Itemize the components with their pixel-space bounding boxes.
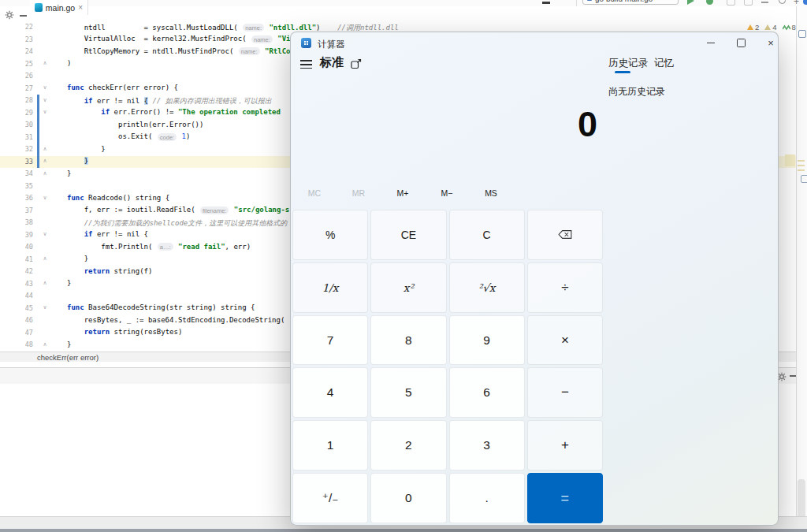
key-7[interactable]: 7 (292, 315, 368, 366)
fold-end-icon[interactable]: ∧ (41, 255, 49, 262)
weak-warning-group[interactable]: 4 (764, 23, 776, 32)
fold-end-icon[interactable]: ∧ (41, 60, 49, 66)
line-number: 30 (0, 121, 33, 128)
tool-stripe-icon[interactable] (801, 175, 807, 183)
stripe-warning-mark (798, 165, 805, 166)
memory-button-ms[interactable]: MS (469, 185, 513, 201)
line-number: 44 (0, 292, 33, 299)
fold-start-icon[interactable]: ∨ (41, 97, 49, 103)
warning-group[interactable]: 2 (747, 23, 759, 32)
stop-icon[interactable] (761, 2, 768, 3)
memory-button-mplus[interactable]: M+ (381, 185, 425, 201)
line-number: 27 (0, 84, 33, 92)
vcs-change-marker (37, 303, 39, 315)
line-number: 46 (0, 316, 33, 324)
panel-scrollbar[interactable] (798, 479, 805, 522)
key-C[interactable]: C (449, 210, 525, 260)
key-9[interactable]: 9 (449, 315, 525, 366)
key-%[interactable]: % (292, 210, 368, 260)
tab-history[interactable]: 历史记录 (608, 57, 648, 70)
vcs-change-marker (37, 314, 39, 327)
maximize-button[interactable] (726, 32, 756, 54)
hide-panel-icon[interactable] (20, 15, 27, 17)
typo-group[interactable]: 8 (783, 23, 796, 32)
line-number: 42 (0, 267, 33, 275)
key-4[interactable]: 4 (292, 367, 368, 418)
vcs-change-marker (37, 168, 39, 180)
key-5[interactable]: 5 (370, 367, 446, 418)
keypad: %CEC1/xx²²√x÷789×456−123+⁺/₋0.= (292, 210, 603, 523)
fold-start-icon[interactable]: ∨ (41, 304, 49, 311)
fold-start-icon[interactable]: ∨ (41, 84, 49, 91)
key-0[interactable]: 0 (370, 473, 446, 523)
fold-start-icon[interactable]: ∨ (41, 109, 49, 115)
coverage-icon[interactable] (727, 0, 735, 6)
run-config-dropdown[interactable]: go build main.go (582, 0, 679, 5)
key-=[interactable]: = (527, 473, 603, 523)
backspace-icon[interactable] (527, 210, 603, 260)
profiler-icon[interactable] (744, 0, 753, 6)
tab-close-icon[interactable]: × (78, 4, 83, 12)
vcs-change-marker (37, 217, 39, 229)
debug-icon[interactable] (706, 0, 713, 5)
fold-end-icon[interactable]: ∧ (41, 280, 49, 286)
tab-memory[interactable]: 记忆 (654, 57, 674, 70)
key-8[interactable]: 8 (370, 315, 446, 366)
calculator-mode-label[interactable]: 标准 (320, 55, 344, 70)
vcs-change-marker (37, 107, 39, 120)
key-3[interactable]: 3 (449, 420, 525, 471)
key-⁺/₋[interactable]: ⁺/₋ (292, 473, 368, 523)
memory-button-mminus[interactable]: M− (425, 185, 469, 201)
toolbar-separator (576, 0, 577, 6)
key-÷[interactable]: ÷ (527, 262, 603, 313)
key-×[interactable]: × (527, 315, 603, 366)
vcs-change-marker (37, 132, 39, 144)
line-number: 41 (0, 255, 33, 263)
line-number: 31 (0, 133, 33, 141)
code-text: return string(resBytes) (67, 328, 182, 336)
code-text: RtlCopyMemory = ntdll.MustFindProc( name… (67, 47, 291, 55)
line-number: 32 (0, 145, 33, 153)
key-−[interactable]: − (527, 367, 603, 418)
fold-end-icon[interactable]: ∧ (41, 341, 49, 348)
fold-start-icon[interactable]: ∨ (41, 195, 49, 201)
fold-end-icon[interactable]: ∧ (41, 170, 49, 177)
key-.[interactable]: . (449, 473, 525, 523)
line-number: 37 (0, 206, 33, 214)
key-1/x[interactable]: 1/x (292, 262, 368, 313)
key-²√x[interactable]: ²√x (449, 262, 525, 313)
line-number: 28 (0, 96, 33, 104)
key-+[interactable]: + (527, 420, 603, 471)
key-CE[interactable]: CE (370, 210, 446, 260)
close-button[interactable]: × (756, 32, 779, 54)
active-tab-underline (615, 71, 630, 73)
vcs-change-marker (37, 241, 39, 254)
code-text: } (67, 279, 71, 287)
keep-on-top-icon[interactable] (351, 58, 362, 73)
vcs-change-marker (37, 229, 39, 242)
key-2[interactable]: 2 (370, 420, 446, 471)
fold-end-icon[interactable]: ∧ (41, 158, 49, 164)
tool-stripe-icon[interactable] (798, 30, 806, 38)
fold-start-icon[interactable]: ∨ (41, 231, 49, 237)
key-6[interactable]: 6 (449, 367, 525, 418)
go-file-icon (35, 3, 43, 12)
code-text: VirtualAlloc = kernel32.MustFindProc( na… (67, 35, 291, 43)
line-number: 47 (0, 329, 33, 337)
vcs-change-marker (37, 95, 39, 107)
key-x²[interactable]: x² (370, 262, 446, 313)
line-number: 29 (0, 109, 33, 117)
code-text: os.Exit( code: 1) (67, 132, 190, 140)
line-number: 34 (0, 169, 33, 177)
minimize-button[interactable] (696, 32, 726, 54)
line-number: 45 (0, 304, 33, 312)
fold-end-icon[interactable]: ∧ (41, 146, 49, 152)
search-icon[interactable] (779, 0, 786, 4)
tab-main-go[interactable]: main.go × (30, 0, 88, 15)
key-1[interactable]: 1 (292, 420, 368, 471)
code-text: } (67, 340, 71, 348)
run-icon[interactable] (687, 0, 694, 5)
line-number: 25 (0, 60, 33, 68)
calculator-title: 计算器 (318, 39, 345, 50)
hamburger-menu-icon[interactable] (300, 58, 313, 72)
